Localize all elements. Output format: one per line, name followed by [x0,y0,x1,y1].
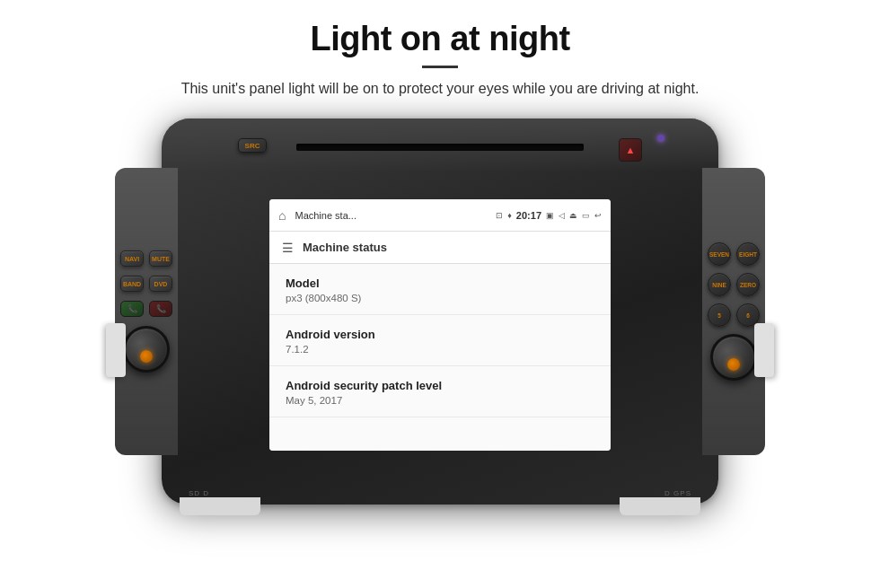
phone-hang-button[interactable]: 📞 [149,301,172,317]
mute-button[interactable]: MUTE [149,250,172,267]
led-indicator [657,135,664,142]
page-title: Light on at night [310,20,569,58]
android-app-header: ☰ Machine status [269,232,611,264]
screen-icon: ▭ [582,211,590,220]
model-row: Model px3 (800x480 S) [269,264,611,315]
bottom-label-left: SD D [189,489,209,497]
head-unit: SRC ▲ NAVI MUTE BAND DVD 📞 📞 [162,118,718,505]
android-statusbar: ⌂ Machine sta... ⊡ ♦ 20:17 ▣ ◁ ⏏ ▭ ↩ [269,199,611,232]
page-subtitle: This unit's panel light will be on to pr… [181,81,700,97]
home-icon[interactable]: ⌂ [278,208,286,223]
band-button[interactable]: BAND [120,276,144,292]
android-version-label: Android version [286,328,594,341]
src-button[interactable]: SRC [238,138,267,153]
navi-mute-row: NAVI MUTE [120,250,172,267]
vol-icon: ◁ [559,211,565,220]
five-button[interactable]: 5 [708,303,731,327]
eight-button[interactable]: EIGHT [736,242,760,266]
android-version-value: 7.1.2 [286,344,594,355]
status-time: 20:17 [516,210,541,221]
triangle-icon: ▲ [626,145,636,155]
right-panel: SEVEN EIGHT NINE ZERO 5 6 [702,168,765,455]
phone-hang-icon: 📞 [156,304,166,313]
bracket-left [106,323,126,377]
cd-slot [296,144,584,151]
phone-answer-button[interactable]: 📞 [120,301,144,317]
title-divider [422,66,458,68]
band-dvd-row: BAND DVD [120,276,172,292]
dvd-button[interactable]: DVD [149,276,172,292]
seven-button[interactable]: SEVEN [708,242,731,266]
bottom-labels: SD D D GPS [162,489,718,497]
security-patch-value: May 5, 2017 [286,395,594,406]
message-icon: ⊡ [496,211,503,220]
bottom-label-right: D GPS [664,489,691,497]
five-six-row: 5 6 [708,303,760,327]
phone-row: 📞 📞 [120,301,172,317]
left-knob[interactable] [123,326,170,373]
screen: ⌂ Machine sta... ⊡ ♦ 20:17 ▣ ◁ ⏏ ▭ ↩ ☰ M… [269,199,611,451]
nine-zero-row: NINE ZERO [708,273,760,296]
zero-button[interactable]: ZERO [736,273,760,296]
android-content: Model px3 (800x480 S) Android version 7.… [269,264,611,451]
bracket-bottom-right [620,497,700,515]
navi-button[interactable]: NAVI [120,250,144,267]
camera-icon: ▣ [546,211,554,220]
location-icon: ♦ [507,211,512,220]
eject-icon: ⏏ [569,211,577,220]
seven-eight-row: SEVEN EIGHT [708,242,760,266]
bracket-right [754,323,774,377]
security-patch-row: Android security patch level May 5, 2017 [269,366,611,417]
alarm-button[interactable]: ▲ [619,138,642,162]
security-patch-label: Android security patch level [286,379,594,392]
statusbar-title: Machine sta... [295,210,490,221]
android-version-row: Android version 7.1.2 [269,315,611,366]
nine-button[interactable]: NINE [708,273,731,296]
page-container: Light on at night This unit's panel ligh… [0,0,880,588]
hamburger-icon[interactable]: ☰ [282,241,294,255]
left-panel: NAVI MUTE BAND DVD 📞 📞 [115,168,178,455]
bracket-bottom-left [180,497,260,515]
right-knob[interactable] [710,334,757,381]
app-header-title: Machine status [303,241,387,254]
back-icon[interactable]: ↩ [594,211,602,220]
model-value: px3 (800x480 S) [286,293,594,303]
phone-answer-icon: 📞 [128,304,137,313]
model-label: Model [286,276,594,290]
statusbar-icons: ⊡ ♦ 20:17 ▣ ◁ ⏏ ▭ ↩ [496,210,602,221]
